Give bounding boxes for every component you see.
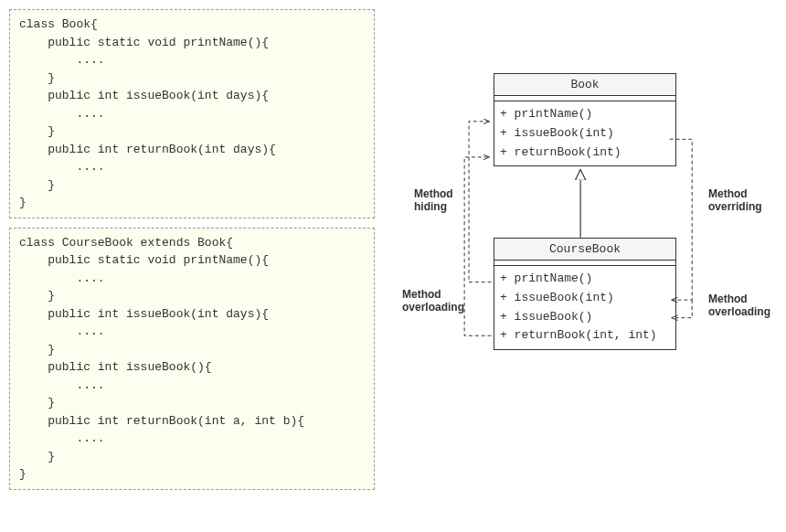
uml-method: + printName()	[500, 105, 670, 124]
uml-book-methods: + printName() + issueBook(int) + returnB…	[494, 101, 675, 165]
label-method-overloading-left: Method overloading	[402, 288, 464, 314]
main-layout: class Book{ public static void printName…	[9, 9, 777, 499]
uml-method: + returnBook(int)	[500, 144, 670, 163]
uml-coursebook-name: CourseBook	[494, 239, 675, 261]
uml-diagram-area: Book + printName() + issueBook(int) + re…	[393, 9, 777, 448]
uml-method: + issueBook()	[500, 308, 670, 327]
uml-coursebook-methods: + printName() + issueBook(int) + issueBo…	[494, 266, 675, 349]
uml-class-book: Book + printName() + issueBook(int) + re…	[494, 73, 676, 166]
book-class-code: class Book{ public static void printName…	[9, 9, 375, 218]
uml-class-coursebook: CourseBook + printName() + issueBook(int…	[494, 238, 676, 350]
code-column: class Book{ public static void printName…	[9, 9, 375, 499]
coursebook-class-code: class CourseBook extends Book{ public st…	[9, 228, 375, 490]
uml-method: + returnBook(int, int)	[500, 326, 670, 346]
label-method-overriding: Method overriding	[708, 187, 762, 213]
uml-method: + issueBook(int)	[500, 289, 670, 308]
label-method-overloading-right: Method overloading	[708, 293, 770, 318]
label-method-hiding: Method hiding	[414, 187, 453, 213]
uml-method: + printName()	[500, 270, 670, 289]
uml-book-name: Book	[494, 74, 675, 96]
uml-method: + issueBook(int)	[500, 124, 670, 144]
